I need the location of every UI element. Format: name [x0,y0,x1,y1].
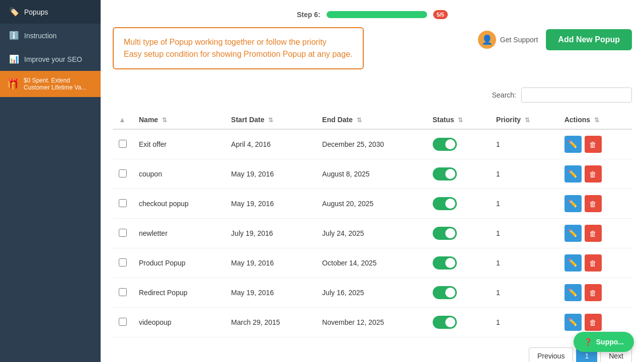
col-actions[interactable]: Actions ⇅ [558,111,632,129]
row-start-date-1: May 19, 2016 [225,159,316,189]
row-checkbox-1[interactable] [119,169,127,177]
status-toggle-0[interactable] [433,138,457,151]
row-end-date-3: July 24, 2025 [316,219,426,248]
info-icon: ℹ️ [9,31,19,40]
row-end-date-6: November 12, 2025 [316,308,426,337]
row-name-0: Exit offer [133,129,225,159]
delete-button-6[interactable]: 🗑 [585,314,602,331]
info-line1: Multi type of Popup working together or … [124,36,353,48]
row-actions-2: ✏️ 🗑 [558,189,632,219]
table-row: Product Popup May 19, 2016 October 14, 2… [113,248,632,278]
search-label: Search: [492,91,516,99]
chart-icon: 📊 [9,54,19,64]
row-start-date-2: May 19, 2016 [225,189,316,219]
edit-button-5[interactable]: ✏️ [565,284,582,301]
sidebar-item-popups[interactable]: 🏷️ Popups [0,0,101,24]
row-checkbox-cell [113,308,133,337]
support-float-icon: ❓ [584,338,592,346]
row-name-2: checkout popup [133,189,225,219]
row-checkbox-0[interactable] [119,140,127,148]
status-toggle-6[interactable] [433,316,457,329]
row-status-6 [427,308,490,337]
row-checkbox-4[interactable] [119,258,127,266]
delete-button-1[interactable]: 🗑 [585,165,602,183]
row-actions-1: ✏️ 🗑 [558,159,632,189]
row-checkbox-6[interactable] [119,318,127,326]
row-name-5: Redirect Popup [133,278,225,308]
sidebar-item-instruction[interactable]: ℹ️ Instruction [0,24,101,47]
delete-button-3[interactable]: 🗑 [585,225,602,242]
col-checkbox: ▲ [113,111,133,129]
col-name[interactable]: Name ⇅ [133,111,225,129]
info-line2: Easy setup condition for showing Promoti… [124,48,353,60]
table-row: Exit offer April 4, 2016 December 25, 20… [113,129,632,159]
row-start-date-0: April 4, 2016 [225,129,316,159]
row-name-6: videopoup [133,308,225,337]
row-priority-6: 1 [490,308,558,337]
table-row: Redirect Popup May 19, 2016 July 16, 202… [113,278,632,308]
previous-page-button[interactable]: Previous [529,347,573,362]
sidebar-promo-banner[interactable]: 🎁 $0 Spent. Extend Customer Lifetime Va.… [0,71,101,97]
row-checkbox-cell [113,278,133,308]
sidebar: 🏷️ Popups ℹ️ Instruction 📊 Improve your … [0,0,101,362]
row-checkbox-2[interactable] [119,199,127,207]
edit-button-0[interactable]: ✏️ [565,136,582,153]
row-actions-5: ✏️ 🗑 [558,278,632,308]
edit-button-2[interactable]: ✏️ [565,195,582,212]
row-status-2 [427,189,490,219]
row-name-4: Product Popup [133,248,225,278]
row-status-3 [427,219,490,248]
row-checkbox-cell [113,189,133,219]
edit-button-1[interactable]: ✏️ [565,165,582,183]
col-priority[interactable]: Priority ⇅ [490,111,558,129]
sidebar-item-seo[interactable]: 📊 Improve your SEO [0,47,101,71]
row-checkbox-3[interactable] [119,229,127,237]
col-start-date[interactable]: Start Date ⇅ [225,111,316,129]
support-float-label: Suppo... [596,338,624,346]
support-avatar: 👤 [478,31,496,49]
delete-button-5[interactable]: 🗑 [585,284,602,301]
edit-button-3[interactable]: ✏️ [565,225,582,242]
row-status-0 [427,129,490,159]
search-input[interactable] [521,87,632,103]
tag-icon: 🏷️ [9,7,19,17]
row-start-date-3: July 19, 2016 [225,219,316,248]
add-popup-button[interactable]: Add New Popup [546,29,632,50]
step-label: Step 6: [297,11,320,19]
row-status-5 [427,278,490,308]
col-end-date[interactable]: End Date ⇅ [316,111,426,129]
step-progress-area: Step 6: 5/5 [113,10,632,19]
get-support-button[interactable]: 👤 Get Support [478,31,538,49]
step-bar-container [327,11,427,18]
pagination: Previous 1 Next [113,347,632,362]
row-priority-1: 1 [490,159,558,189]
col-status[interactable]: Status ⇅ [427,111,490,129]
row-checkbox-cell [113,219,133,248]
row-start-date-5: May 19, 2016 [225,278,316,308]
table-row: coupon May 19, 2016 August 8, 2025 1 ✏️ … [113,159,632,189]
status-toggle-5[interactable] [433,286,457,299]
row-name-1: coupon [133,159,225,189]
row-start-date-4: May 19, 2016 [225,248,316,278]
table-row: newletter July 19, 2016 July 24, 2025 1 … [113,219,632,248]
header-actions: 👤 Get Support Add New Popup [478,29,632,50]
row-priority-0: 1 [490,129,558,159]
support-float-button[interactable]: ❓ Suppo... [574,332,634,352]
row-actions-0: ✏️ 🗑 [558,129,632,159]
status-toggle-2[interactable] [433,197,457,210]
status-toggle-1[interactable] [433,167,457,180]
row-actions-3: ✏️ 🗑 [558,219,632,248]
edit-button-6[interactable]: ✏️ [565,314,582,331]
row-status-4 [427,248,490,278]
edit-button-4[interactable]: ✏️ [565,254,582,272]
status-toggle-4[interactable] [433,256,457,269]
delete-button-0[interactable]: 🗑 [585,136,602,153]
status-toggle-3[interactable] [433,227,457,240]
delete-button-4[interactable]: 🗑 [585,254,602,272]
row-checkbox-5[interactable] [119,288,127,296]
row-priority-2: 1 [490,189,558,219]
delete-button-2[interactable]: 🗑 [585,195,602,212]
get-support-label: Get Support [500,36,538,44]
row-priority-5: 1 [490,278,558,308]
table-header-row: ▲ Name ⇅ Start Date ⇅ End Date ⇅ Status … [113,111,632,129]
